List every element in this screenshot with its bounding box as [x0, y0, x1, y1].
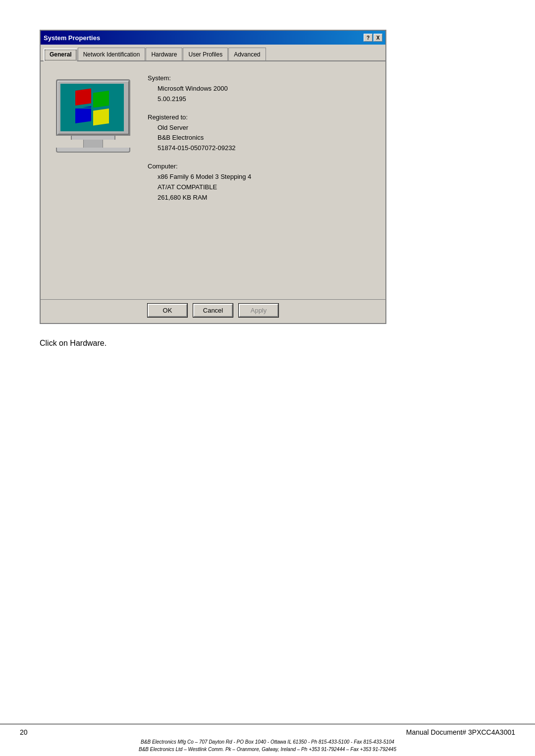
computer-label: Computer: [148, 162, 377, 170]
footer-main: 20 Manual Document# 3PXCC4A3001 [20, 728, 515, 736]
computer-section: Computer: x86 Family 6 Model 3 Stepping … [148, 162, 377, 203]
logo-pane-red [75, 89, 91, 106]
tab-strip: General Network Identification Hardware … [41, 45, 385, 61]
monitor-base-top [71, 136, 115, 140]
ok-button[interactable]: OK [148, 304, 187, 317]
computer-values: x86 Family 6 Model 3 Stepping 4 AT/AT CO… [148, 172, 377, 203]
tab-general[interactable]: General [44, 49, 77, 61]
system-label: System: [148, 74, 377, 82]
computer-cpu: x86 Family 6 Model 3 Stepping 4 [158, 172, 377, 182]
logo-pane-green [93, 91, 109, 108]
dialog-title: System Properties [44, 34, 100, 42]
logo-divider-h [74, 108, 110, 108]
close-button[interactable]: X [374, 34, 382, 42]
instruction-text: Click on Hardware. [40, 339, 495, 348]
title-bar-buttons: ? X [364, 34, 382, 42]
logo-pane-yellow [93, 108, 109, 125]
monitor-screen-inner [60, 84, 124, 131]
windows-logo [74, 90, 110, 125]
registered-label: Registered to: [148, 113, 377, 121]
monitor-neck [83, 140, 103, 148]
registered-company: B&B Electronics [158, 133, 377, 143]
system-os: Microsoft Windows 2000 5.00.2195 [148, 84, 377, 105]
page-number: 20 [20, 728, 28, 736]
dialog-footer: OK Cancel Apply [41, 299, 385, 323]
footer-line2: B&B Electronics Ltd – Westlink Comm. Pk … [20, 746, 515, 753]
title-bar: System Properties ? X [41, 31, 385, 45]
dialog-content: System: Microsoft Windows 2000 5.00.2195… [41, 61, 385, 299]
system-info-area: System: Microsoft Windows 2000 5.00.2195… [148, 69, 377, 293]
monitor-illustration [49, 69, 138, 293]
page-footer: 20 Manual Document# 3PXCC4A3001 B&B Elec… [0, 724, 535, 756]
registered-values: Old Server B&B Electronics 51874-015-050… [148, 123, 377, 154]
monitor-foot [56, 148, 130, 153]
system-properties-dialog: System Properties ? X General Network Id… [40, 30, 386, 324]
help-button[interactable]: ? [364, 34, 373, 42]
system-section: System: Microsoft Windows 2000 5.00.2195 [148, 74, 377, 105]
apply-button[interactable]: Apply [239, 304, 278, 317]
document-number: Manual Document# 3PXCC4A3001 [406, 728, 515, 736]
tab-hardware[interactable]: Hardware [146, 48, 182, 60]
tab-network-identification[interactable]: Network Identification [78, 48, 146, 60]
tab-user-profiles[interactable]: User Profiles [183, 48, 228, 60]
registered-section: Registered to: Old Server B&B Electronic… [148, 113, 377, 154]
general-tab-content: System: Microsoft Windows 2000 5.00.2195… [49, 69, 377, 293]
registered-name: Old Server [158, 123, 377, 133]
computer-type: AT/AT COMPATIBLE [158, 182, 377, 193]
logo-pane-blue [75, 107, 91, 123]
monitor [56, 79, 130, 153]
monitor-screen-outer [56, 79, 130, 136]
cancel-button[interactable]: Cancel [193, 304, 233, 317]
registered-key: 51874-015-0507072-09232 [158, 143, 377, 154]
computer-ram: 261,680 KB RAM [158, 193, 377, 203]
footer-line1: B&B Electronics Mfg Co – 707 Dayton Rd -… [20, 738, 515, 746]
tab-advanced[interactable]: Advanced [228, 48, 266, 60]
